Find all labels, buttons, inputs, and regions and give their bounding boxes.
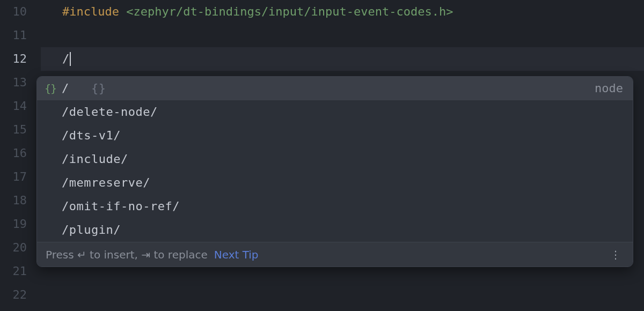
autocomplete-item[interactable]: /omit-if-no-ref/ [37,195,633,218]
hint-replace: to replace [150,249,208,260]
gutter: 10 11 12 13 14 15 16 17 18 19 20 21 22 [0,0,41,311]
line-number: 14 [0,94,41,118]
autocomplete-item[interactable]: /delete-node/ [37,100,633,124]
autocomplete-item-selected[interactable]: {} / {} node [37,77,633,100]
autocomplete-item-label: /omit-if-no-ref/ [62,201,180,212]
autocomplete-item-label: /memreserve/ [62,177,150,189]
autocomplete-item-label: /include/ [62,153,128,165]
autocomplete-item[interactable]: /include/ [37,147,633,171]
text-cursor [70,52,71,66]
next-tip-link[interactable]: Next Tip [214,249,259,260]
line-number: 12 [0,47,41,71]
autocomplete-item[interactable]: /dts-v1/ [37,124,633,147]
line-number: 15 [0,118,41,142]
line-number: 22 [0,283,41,307]
hint-press: Press [46,249,77,260]
autocomplete-item-label: /delete-node/ [62,106,158,118]
line-number: 16 [0,142,41,165]
line-number: 13 [0,71,41,94]
line-number: 19 [0,212,41,236]
token-path: <zephyr/dt-bindings/input/input-event-co… [126,6,453,18]
more-options-icon[interactable]: ⋮ [607,247,624,262]
node-icon: {} [45,83,62,94]
current-line-highlight [0,47,644,71]
autocomplete-item-label: / {} [62,83,106,94]
autocomplete-popup[interactable]: {} / {} node /delete-node/ /dts-v1/ /inc… [36,76,633,267]
hint-insert: to insert, [86,249,142,260]
line-number: 18 [0,189,41,212]
autocomplete-item-kind: node [595,83,623,94]
autocomplete-footer: Press ↵ to insert, ⇥ to replace Next Tip… [37,242,633,266]
line-number: 21 [0,260,41,283]
line-number: 17 [0,165,41,189]
line-number: 20 [0,236,41,260]
token-include: #include [62,6,119,18]
autocomplete-item[interactable]: /plugin/ [37,218,633,242]
enter-key-icon: ↵ [77,249,86,260]
typed-text: / [62,53,69,65]
autocomplete-item-label: /plugin/ [62,224,121,236]
token-space [119,6,126,18]
autocomplete-item-label: /dts-v1/ [62,130,121,142]
line-number: 11 [0,24,41,47]
code-line-current[interactable]: / [62,47,71,71]
tab-key-icon: ⇥ [141,249,150,260]
line-number: 10 [0,0,41,24]
code-line[interactable]: #include <zephyr/dt-bindings/input/input… [62,0,453,24]
code-editor[interactable]: 10 11 12 13 14 15 16 17 18 19 20 21 22 .… [0,0,644,311]
autocomplete-item[interactable]: /memreserve/ [37,171,633,195]
